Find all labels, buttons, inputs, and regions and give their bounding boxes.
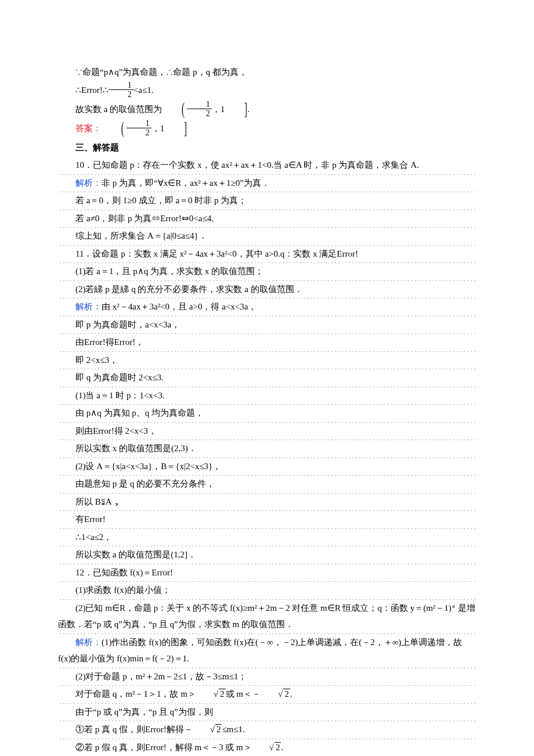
q10-analysis-2: 若 a＝0，则 1≥0 成立，即 a＝0 时非 p 为真；: [58, 192, 476, 210]
q11-analysis-9: 所以实数 x 的取值范围是(2,3)．: [58, 440, 476, 458]
q11-analysis-14: ∴1<a≤2，: [58, 529, 476, 547]
q11-part2: (2)若綈 p 是綈 q 的充分不必要条件，求实数 a 的取值范围．: [58, 281, 476, 299]
q10-analysis-3: 若 a≠0，则非 p 为真⇔Error!⇔0<a≤4.: [58, 210, 476, 228]
q11-analysis-11: 由题意知 p 是 q 的必要不充分条件，: [58, 476, 476, 494]
q12-part1: (1)求函数 f(x)的最小值；: [58, 582, 476, 600]
q10-analysis-1: 解析：非 p 为真，即“∀x∈R，ax²＋ax＋1≥0”为真．: [58, 175, 476, 193]
q11-prompt: 11．设命题 p：实数 x 满足 x²－4ax＋3a²<0，其中 a>0.q：实…: [58, 246, 476, 264]
q11-analysis-15: 所以实数 a 的取值范围是(1,2]．: [58, 546, 476, 564]
q12-analysis-5: ①若 p 真 q 假，则Error!解得－2≤m≤1.: [58, 721, 476, 739]
q11-analysis-5: 即 q 为真命题时 2<x≤3.: [58, 369, 476, 387]
q10-prompt: 10．已知命题 p：存在一个实数 x，使 ax²＋ax＋1<0.当 a∈A 时，…: [58, 157, 476, 175]
q11-analysis-3: 由Error!得Error!，: [58, 334, 476, 352]
line-error-ineq: ∴Error!∴12<a≤1.: [58, 82, 476, 101]
section-3-heading: 三、解答题: [58, 139, 476, 157]
q11-analysis-7: 由 p∧q 为真知 p、q 均为真命题，: [58, 405, 476, 423]
line-pq-true: ∵命题“p∧q”为真命题，∴命题 p，q 都为真，: [58, 64, 476, 82]
q12-analysis-4: 由于“p 或 q”为真，“p 且 q”为假，则: [58, 704, 476, 722]
q12-prompt: 12．已知函数 f(x)＝Error!: [58, 564, 476, 582]
q12-analysis-3: 对于命题 q，m²－1＞1，故 m＞2或 m＜－2.: [58, 686, 476, 704]
q11-analysis-8: 则由Error!得 2<x<3，: [58, 423, 476, 441]
q11-analysis-12: 所以 B⫋A，: [58, 494, 476, 512]
line-answer: 答案： ( 12，1 ]: [58, 120, 476, 139]
q11-analysis-10: (2)设 A＝{x|a<x<3a}，B＝{x|2<x≤3}，: [58, 458, 476, 476]
q11-analysis-13: 有Error!: [58, 511, 476, 529]
q11-part1: (1)若 a＝1，且 p∧q 为真，求实数 x 的取值范围；: [58, 263, 476, 281]
q11-analysis-6: (1)当 a＝1 时 p：1<x<3.: [58, 387, 476, 405]
q12-analysis-1: 解析：(1)作出函数 f(x)的图象，可知函数 f(x)在(－∞，－2)上单调递…: [58, 634, 476, 668]
q12-part2: (2)已知 m∈R，命题 p：关于 x 的不等式 f(x)≥m²＋2m－2 对任…: [58, 600, 476, 634]
q11-analysis-2: 即 p 为真命题时，a<x<3a，: [58, 316, 476, 334]
q11-analysis-4: 即 2<x≤3，: [58, 352, 476, 370]
q11-analysis-1: 解析：由 x²－4ax＋3a²<0，且 a>0，得 a<x<3a，: [58, 298, 476, 316]
q12-analysis-2: (2)对于命题 p，m²＋2m－2≤1，故－3≤m≤1；: [58, 668, 476, 686]
q10-analysis-4: 综上知，所求集合 A＝{a|0≤a≤4}．: [58, 228, 476, 246]
q12-analysis-6: ②若 p 假 q 真，则Error!，解得 m＜－3 或 m＞2.: [58, 739, 476, 756]
